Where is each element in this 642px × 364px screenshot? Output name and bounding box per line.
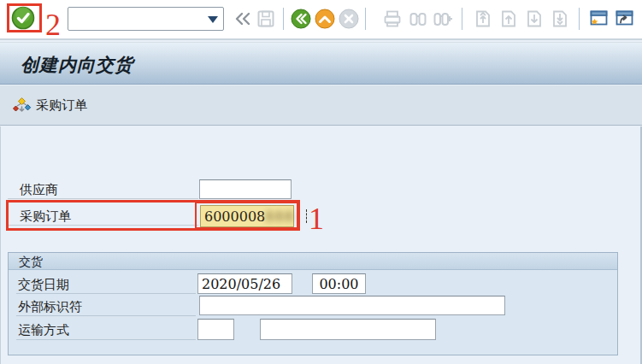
purchase-order-input[interactable]: 6000008888	[200, 205, 294, 227]
row-divider	[16, 315, 196, 316]
command-dropdown-icon[interactable]	[206, 14, 220, 26]
annotation-number-2: 2	[45, 7, 61, 43]
new-session-icon	[587, 8, 610, 30]
create-shortcut-button[interactable]	[613, 8, 635, 30]
purchase-order-label: 采购订单	[20, 208, 71, 225]
exit-icon	[315, 9, 335, 29]
toolbar-separator	[462, 8, 462, 30]
print-button[interactable]	[382, 9, 403, 29]
next-page-icon	[525, 9, 544, 29]
new-session-button[interactable]	[587, 8, 610, 30]
system-toolbar: 2	[0, 0, 642, 40]
first-page-button[interactable]	[474, 9, 492, 29]
last-page-icon	[551, 9, 569, 29]
toolbar-separator	[365, 8, 366, 30]
previous-page-button[interactable]	[499, 9, 518, 29]
print-icon	[382, 9, 403, 29]
transport-desc-input[interactable]	[260, 319, 436, 340]
vendor-label: 供应商	[20, 182, 58, 198]
delivery-group-title: 交货	[9, 253, 617, 270]
save-button[interactable]	[256, 9, 276, 29]
find-next-icon	[433, 9, 453, 29]
main-content: 供应商 采购订单 6000008888 1 交货 交货日期 外部标识符 运输方式	[0, 126, 642, 364]
create-shortcut-icon	[613, 8, 635, 30]
application-toolbar: 采购订单	[0, 85, 642, 126]
cancel-button[interactable]	[339, 9, 359, 29]
purchase-order-docflow-icon	[12, 96, 32, 116]
toolbar-separator	[283, 8, 284, 30]
annotation-number-1: 1	[309, 201, 324, 237]
row-divider	[8, 198, 198, 199]
enter-button[interactable]	[11, 6, 35, 30]
row-divider	[16, 339, 196, 340]
toolbar-separator	[579, 8, 580, 30]
first-page-icon	[474, 9, 492, 29]
title-bar: 创建内向交货	[0, 42, 642, 85]
external-id-label: 外部标识符	[18, 299, 82, 315]
find-next-button[interactable]	[433, 9, 453, 29]
find-icon	[408, 9, 428, 29]
vendor-input[interactable]	[199, 179, 292, 199]
command-field[interactable]	[68, 7, 224, 31]
delivery-date-label: 交货日期	[18, 277, 69, 293]
transport-label: 运输方式	[18, 322, 69, 338]
delivery-time-input[interactable]	[312, 273, 366, 294]
cancel-icon	[339, 9, 359, 29]
collapse-chevrons-icon	[233, 9, 253, 29]
back-button[interactable]	[291, 9, 311, 29]
exit-button[interactable]	[315, 9, 335, 29]
collapse-toolbar-button[interactable]	[233, 8, 253, 30]
transport-code-input[interactable]	[197, 319, 234, 340]
save-icon	[256, 9, 276, 29]
row-divider	[16, 293, 196, 294]
next-page-button[interactable]	[525, 9, 544, 29]
enter-check-icon	[11, 6, 35, 30]
external-id-input[interactable]	[199, 296, 505, 315]
purchase-order-value: 6000008	[204, 208, 265, 225]
row-divider	[8, 225, 198, 226]
command-input[interactable]	[70, 9, 205, 29]
page-title: 创建内向交货	[21, 53, 133, 77]
previous-page-icon	[499, 9, 518, 29]
text-cursor	[306, 209, 307, 223]
find-button[interactable]	[408, 9, 428, 29]
purchase-order-value-redacted: 888	[265, 208, 294, 225]
back-icon	[291, 9, 311, 29]
purchase-order-button[interactable]: 采购订单	[7, 93, 92, 118]
delivery-date-input[interactable]	[197, 273, 292, 294]
purchase-order-button-label: 采购订单	[36, 97, 87, 114]
last-page-button[interactable]	[551, 9, 569, 29]
